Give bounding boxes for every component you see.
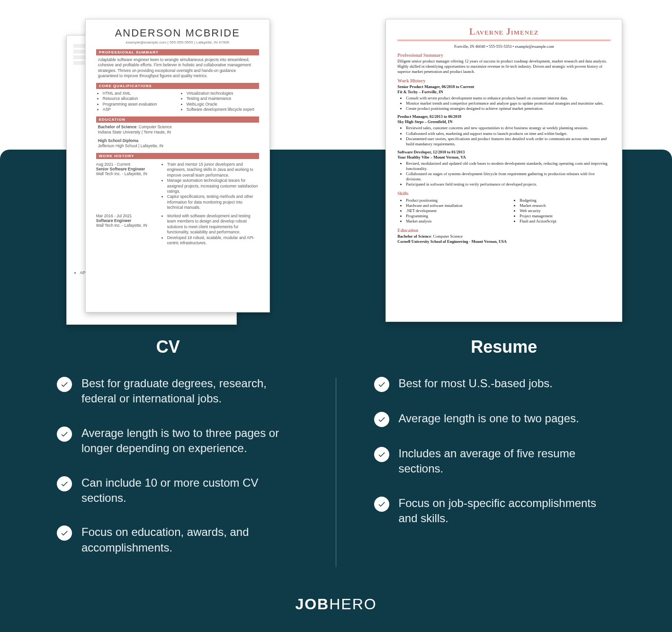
resume-feature-2-text: Includes an average of five resume secti…	[399, 446, 616, 477]
res-skill-l4: Market analysis	[406, 219, 497, 224]
res-job-1-b0: Reviewed sales, customer concerns and ne…	[406, 125, 610, 131]
cv-edu-0-school: Indiana State University | Terre Haute, …	[98, 130, 257, 135]
cv-title-label: CV	[156, 337, 180, 357]
res-job-2-company: Your Healthy Vibe – Mount Vernon, VA	[397, 155, 466, 160]
cv-feature-1-text: Average length is two to three pages or …	[81, 426, 298, 456]
checkmark-icon	[57, 525, 72, 541]
checkmark-icon	[374, 412, 389, 427]
res-job-0-company: Fit & Techy – Fortville, IN	[397, 89, 443, 94]
res-job-0-b2: Create product positioning strategies de…	[406, 106, 610, 111]
res-job-0-b0: Consult with seven product development t…	[406, 96, 610, 101]
cv-feature-2: Can include 10 or more custom CV section…	[57, 475, 298, 506]
cv-heading-education: EDUCATION	[96, 116, 259, 123]
resume-summary-text: Diligent senior product manager offering…	[397, 59, 610, 74]
resume-heading-skills: Skills	[397, 191, 610, 196]
cv-heading-summary: PROFESSIONAL SUMMARY	[96, 49, 259, 55]
res-skill-l1: Hardware and software installation	[406, 203, 497, 208]
res-edu-school: Cornell University School of Engineering…	[397, 239, 507, 244]
checkmark-icon	[57, 476, 72, 491]
res-job-2-b2: Participated in software field testing t…	[406, 182, 610, 187]
resume-feature-2: Includes an average of five resume secti…	[374, 446, 616, 477]
cv-edu-0-rest: : Computer Science	[136, 125, 172, 129]
cv-job-1-title: Software Engineer	[96, 218, 132, 223]
cv-name: ANDERSON MCBRIDE	[96, 27, 259, 39]
cv-document-stack: API ANDERSON MCBRIDE example@example.com…	[66, 19, 270, 322]
cv-heading-work: WORK HISTORY	[96, 153, 259, 159]
resume-feature-0: Best for most U.S.-based jobs.	[374, 376, 616, 392]
resume-title-label: Resume	[471, 337, 537, 357]
res-skill-l0: Product positioning	[406, 198, 497, 203]
cv-summary-text: Adaptable software engineer keen to wran…	[96, 57, 259, 79]
res-job-2-title: Software Developer, 12/2010 to 01/2013	[397, 150, 465, 154]
cv-job-1-b1: Developed 18 robust, scalable, modular a…	[167, 235, 259, 246]
cv-job-0-b1: Manage automation technological issues f…	[167, 178, 259, 194]
res-edu-rest: : Computer Science	[431, 234, 463, 239]
resume-feature-0-text: Best for most U.S.-based jobs.	[399, 376, 553, 391]
cv-qual-right-0: Virtualization technologies	[187, 91, 259, 96]
cv-feature-1: Average length is two to three pages or …	[57, 426, 298, 456]
brand-footer: JOBHERO	[0, 596, 672, 613]
res-skill-r0: Budgeting	[520, 198, 610, 203]
resume-feature-1: Average length is one to two pages.	[374, 411, 616, 427]
res-job-2-b1: Collaborated on stages of systems develo…	[406, 171, 610, 182]
res-job-0-title: Senior Product Manager, 06/2018 to Curre…	[397, 84, 474, 89]
resume-heading-summary: Professional Summary	[397, 53, 610, 58]
resume-feature-1-text: Average length is one to two pages.	[399, 411, 579, 426]
checkmark-icon	[374, 497, 389, 512]
cv-qual-left-2: Programming asset evaluation	[103, 102, 175, 107]
cv-feature-3: Focus on education, awards, and accompli…	[57, 525, 298, 555]
cv-qual-left-0: HTML and XML	[103, 91, 175, 96]
checkmark-icon	[374, 377, 389, 392]
resume-heading-work: Work History	[397, 78, 610, 83]
documents-row: API ANDERSON MCBRIDE example@example.com…	[0, 19, 672, 357]
resume-contact: Fortville, IN 46040 • 555-555-5353 • exa…	[397, 44, 610, 49]
res-job-1-company: Sky High Steps – Greenfield, IN	[397, 119, 452, 124]
cv-heading-qualifications: CORE QUALIFICATIONS	[96, 83, 259, 89]
res-job-1-b2: Documented user stories, specifications …	[406, 136, 610, 147]
cv-feature-0-text: Best for graduate degrees, research, fed…	[81, 376, 298, 407]
res-skill-l2: .NET development	[406, 208, 497, 214]
comparison-row: Best for graduate degrees, research, fed…	[0, 376, 672, 574]
res-job-1-title: Product Manager, 02/2013 to 06/2018	[397, 114, 461, 119]
cv-edu-0-degree: Bachelor of Science	[98, 125, 136, 129]
cv-qual-left-1: Resource allocation	[103, 96, 175, 101]
res-job-2-b0: Revised, modularized and updated old cod…	[406, 161, 610, 171]
cv-qual-right-2: WebLogic Oracle	[187, 102, 259, 107]
cv-contact: example@example.com | 555-555-5555 | Laf…	[96, 40, 259, 45]
cv-job-1-b0: Worked with software development and tes…	[167, 214, 259, 235]
res-skill-r3: Project management	[520, 214, 610, 219]
resume-feature-3-text: Focus on job-specific accomplishments an…	[399, 496, 616, 526]
res-job-0-b1: Monitor market trends and competitor per…	[406, 101, 610, 106]
res-skill-l3: Programming	[406, 214, 497, 219]
cv-feature-2-text: Can include 10 or more custom CV section…	[81, 475, 298, 506]
resume-features-column: Best for most U.S.-based jobs. Average l…	[336, 376, 672, 574]
cv-qual-left-3: ASP	[103, 107, 175, 112]
cv-job-1-company: Wall Tech Inc. - Lafayette, IN	[96, 223, 153, 228]
brand-bold: JOB	[295, 596, 329, 613]
resume-column: Laverne Jimenez Fortville, IN 46040 • 55…	[381, 19, 627, 357]
res-skill-r1: Market research	[520, 203, 610, 208]
cv-job-0-b0: Train and mentor 15 junior developers an…	[167, 162, 259, 178]
resume-page: Laverne Jimenez Fortville, IN 46040 • 55…	[385, 19, 622, 322]
brand-light: HERO	[329, 596, 376, 613]
checkmark-icon	[57, 377, 72, 392]
cv-job-0-title: Senior Software Engineer	[96, 167, 145, 171]
cv-feature-0: Best for graduate degrees, research, fed…	[57, 376, 298, 407]
res-skill-r2: Web security	[520, 208, 610, 214]
resume-name: Laverne Jimenez	[397, 27, 610, 37]
cv-job-1-dates: Mar 2016 - Jul 2021	[96, 214, 153, 218]
res-edu-degree: Bachelor of Science	[397, 234, 431, 239]
cv-qual-right-3: Software development lifecycle expert	[187, 107, 259, 112]
checkmark-icon	[374, 447, 389, 462]
resume-feature-3: Focus on job-specific accomplishments an…	[374, 496, 616, 526]
cv-job-0-b2: Captur specifications, testing methods a…	[167, 194, 259, 210]
cv-edu-1-degree: High School Diploma	[98, 138, 138, 143]
resume-heading-education: Education	[397, 228, 610, 233]
res-job-1-b1: Collaborated with sales, marketing and s…	[406, 131, 610, 136]
checkmark-icon	[57, 427, 72, 442]
cv-edu-1-school: Jefferson High School | Lafayette, IN	[98, 143, 257, 149]
res-skill-r4: Flash and ActionScript	[520, 219, 610, 224]
cv-feature-3-text: Focus on education, awards, and accompli…	[81, 525, 298, 555]
cv-qual-right-1: Testing and maintenance	[187, 96, 259, 101]
cv-page-front: ANDERSON MCBRIDE example@example.com | 5…	[85, 19, 270, 312]
